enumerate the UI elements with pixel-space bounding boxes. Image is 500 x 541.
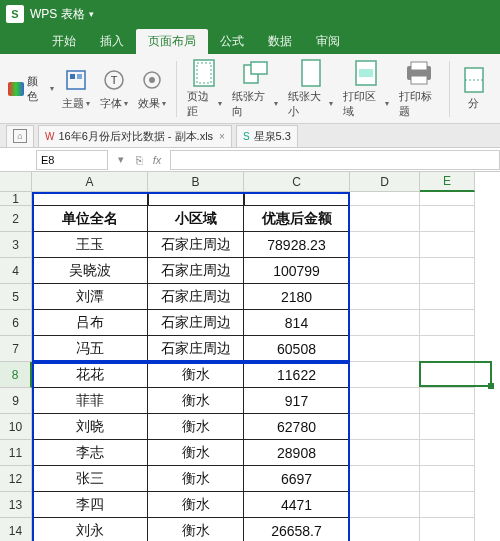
cell-A9[interactable]: 菲菲 [32, 388, 148, 414]
cell-D7[interactable] [350, 336, 420, 362]
cell-E10[interactable] [420, 414, 475, 440]
cell-C8[interactable]: 11622 [244, 362, 350, 388]
cell-B4[interactable]: 石家庄周边 [148, 258, 244, 284]
cell-B1[interactable] [148, 192, 244, 206]
cell-A11[interactable]: 李志 [32, 440, 148, 466]
cell-B9[interactable]: 衡水 [148, 388, 244, 414]
row-header-1[interactable]: 1 [0, 192, 32, 206]
row-header-9[interactable]: 9 [0, 388, 32, 414]
cell-C14[interactable]: 26658.7 [244, 518, 350, 541]
row-header-2[interactable]: 2 [0, 206, 32, 232]
cell-C10[interactable]: 62780 [244, 414, 350, 440]
tab-page-layout[interactable]: 页面布局 [136, 29, 208, 54]
row-header-5[interactable]: 5 [0, 284, 32, 310]
tab-review[interactable]: 审阅 [304, 29, 352, 54]
cell-C6[interactable]: 814 [244, 310, 350, 336]
cell-C9[interactable]: 917 [244, 388, 350, 414]
row-header-11[interactable]: 11 [0, 440, 32, 466]
cell-E8[interactable] [420, 362, 475, 388]
cell-C12[interactable]: 6697 [244, 466, 350, 492]
cells-area[interactable]: 第 1 页 第 2 页 单位全名小区域优惠后金额王玉石家庄周边78928.23吴… [32, 192, 475, 541]
cell-C11[interactable]: 28908 [244, 440, 350, 466]
theme-button[interactable]: 主题▾ [58, 66, 94, 111]
cell-A5[interactable]: 刘潭 [32, 284, 148, 310]
formula-input[interactable] [170, 150, 500, 170]
cell-C4[interactable]: 100799 [244, 258, 350, 284]
cell-E3[interactable] [420, 232, 475, 258]
cell-C1[interactable] [244, 192, 350, 206]
cell-E13[interactable] [420, 492, 475, 518]
row-header-4[interactable]: 4 [0, 258, 32, 284]
cell-B13[interactable]: 衡水 [148, 492, 244, 518]
cell-E5[interactable] [420, 284, 475, 310]
row-header-14[interactable]: 14 [0, 518, 32, 541]
cell-D6[interactable] [350, 310, 420, 336]
doctab-2[interactable]: S星泉5.3 [236, 125, 298, 147]
row-header-8[interactable]: 8 [0, 362, 32, 388]
dropdown-icon[interactable]: ▾ [89, 9, 94, 19]
doctab-1[interactable]: W16年6月份后对比数据 - 副本.xls× [38, 125, 232, 147]
cell-A7[interactable]: 冯五 [32, 336, 148, 362]
cell-B3[interactable]: 石家庄周边 [148, 232, 244, 258]
tab-start[interactable]: 开始 [40, 29, 88, 54]
select-all-corner[interactable] [0, 172, 32, 192]
row-header-6[interactable]: 6 [0, 310, 32, 336]
cell-E6[interactable] [420, 310, 475, 336]
cell-B6[interactable]: 石家庄周边 [148, 310, 244, 336]
fx-tool[interactable]: ⎘ [130, 151, 148, 169]
cell-B14[interactable]: 衡水 [148, 518, 244, 541]
cell-A12[interactable]: 张三 [32, 466, 148, 492]
cell-A10[interactable]: 刘晓 [32, 414, 148, 440]
fx-dd[interactable]: ▾ [112, 151, 130, 169]
theme-color-button[interactable]: 颜色▾ [8, 74, 54, 104]
cell-D4[interactable] [350, 258, 420, 284]
cell-D13[interactable] [350, 492, 420, 518]
row-header-13[interactable]: 13 [0, 492, 32, 518]
tab-formula[interactable]: 公式 [208, 29, 256, 54]
orient-button[interactable]: 纸张方向▾ [228, 59, 282, 119]
cell-D8[interactable] [350, 362, 420, 388]
cell-E7[interactable] [420, 336, 475, 362]
size-button[interactable]: 纸张大小▾ [284, 59, 338, 119]
cell-E2[interactable] [420, 206, 475, 232]
cell-D2[interactable] [350, 206, 420, 232]
cell-B5[interactable]: 石家庄周边 [148, 284, 244, 310]
cell-A13[interactable]: 李四 [32, 492, 148, 518]
cell-B7[interactable]: 石家庄周边 [148, 336, 244, 362]
cell-E1[interactable] [420, 192, 475, 206]
cell-E9[interactable] [420, 388, 475, 414]
col-header-C[interactable]: C [244, 172, 350, 192]
row-header-3[interactable]: 3 [0, 232, 32, 258]
fx-icon[interactable]: fx [148, 151, 166, 169]
cell-C2[interactable]: 优惠后金额 [244, 206, 350, 232]
printtitle-button[interactable]: 打印标题 [395, 59, 443, 119]
cell-C13[interactable]: 4471 [244, 492, 350, 518]
cell-E12[interactable] [420, 466, 475, 492]
effect-button[interactable]: 效果▾ [134, 66, 170, 111]
margin-button[interactable]: 页边距▾ [183, 59, 227, 119]
cell-D14[interactable] [350, 518, 420, 541]
cell-B10[interactable]: 衡水 [148, 414, 244, 440]
cell-C5[interactable]: 2180 [244, 284, 350, 310]
row-header-10[interactable]: 10 [0, 414, 32, 440]
col-header-D[interactable]: D [350, 172, 420, 192]
cell-A14[interactable]: 刘永 [32, 518, 148, 541]
cell-A6[interactable]: 吕布 [32, 310, 148, 336]
cell-D10[interactable] [350, 414, 420, 440]
cell-B11[interactable]: 衡水 [148, 440, 244, 466]
col-header-A[interactable]: A [32, 172, 148, 192]
cell-D5[interactable] [350, 284, 420, 310]
cell-E4[interactable] [420, 258, 475, 284]
cell-E11[interactable] [420, 440, 475, 466]
cell-D3[interactable] [350, 232, 420, 258]
cell-D9[interactable] [350, 388, 420, 414]
font-button[interactable]: T 字体▾ [96, 66, 132, 111]
cell-A4[interactable]: 吴晓波 [32, 258, 148, 284]
cell-B12[interactable]: 衡水 [148, 466, 244, 492]
row-header-12[interactable]: 12 [0, 466, 32, 492]
cell-D11[interactable] [350, 440, 420, 466]
cell-A1[interactable] [32, 192, 148, 206]
cell-E14[interactable] [420, 518, 475, 541]
printarea-button[interactable]: 打印区域▾ [339, 59, 393, 119]
pagebreak-button[interactable]: 分 [456, 66, 492, 111]
